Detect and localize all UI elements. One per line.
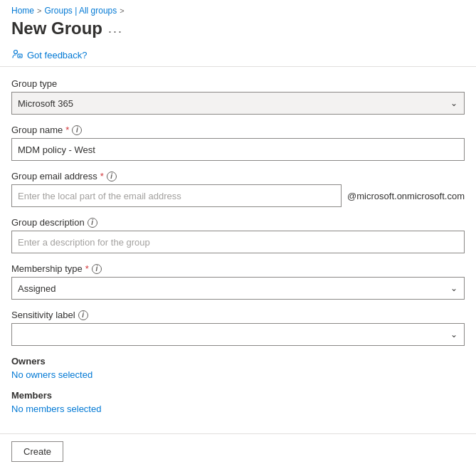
group-type-select[interactable]: Microsoft 365 Security Mail-enabled secu… [11, 92, 465, 115]
create-button[interactable]: Create [11, 441, 63, 462]
email-input-wrap [11, 184, 342, 207]
email-domain: @microsoft.onmicrosoft.com [347, 191, 465, 201]
feedback-icon [11, 48, 23, 62]
feedback-label: Got feedback? [27, 50, 88, 60]
sensitivity-label-info-icon[interactable]: i [78, 310, 88, 320]
owners-section: Owners No owners selected [11, 356, 465, 380]
members-link[interactable]: No members selected [11, 404, 101, 414]
membership-type-label: Membership type * i [11, 263, 465, 274]
page-container: Home > Groups | All groups > New Group .… [0, 0, 476, 469]
breadcrumb-groups[interactable]: Groups | All groups [44, 6, 117, 16]
group-description-info-icon[interactable]: i [88, 218, 97, 228]
group-type-select-wrapper: Microsoft 365 Security Mail-enabled secu… [11, 92, 465, 115]
feedback-bar[interactable]: Got feedback? [0, 44, 476, 67]
group-email-input[interactable] [11, 184, 342, 207]
members-section: Members No members selected [11, 390, 465, 414]
breadcrumb: Home > Groups | All groups > [0, 0, 476, 16]
email-row: @microsoft.onmicrosoft.com [11, 184, 465, 207]
membership-type-select[interactable]: Assigned Dynamic User Dynamic Device [11, 277, 465, 300]
membership-type-required: * [85, 263, 89, 274]
owners-title: Owners [11, 356, 465, 367]
owners-link[interactable]: No owners selected [11, 369, 92, 380]
sensitivity-label-field: Sensitivity label i ⌄ [11, 310, 465, 346]
members-title: Members [11, 390, 465, 401]
breadcrumb-sep1: > [37, 6, 41, 15]
sensitivity-label-select[interactable] [11, 323, 465, 346]
membership-type-field: Membership type * i Assigned Dynamic Use… [11, 263, 465, 300]
form-content: Group type Microsoft 365 Security Mail-e… [0, 70, 476, 433]
membership-type-select-wrapper: Assigned Dynamic User Dynamic Device ⌄ [11, 277, 465, 300]
header-row: New Group ... [0, 16, 476, 44]
group-description-input[interactable] [11, 231, 465, 253]
group-type-label: Group type [11, 78, 465, 89]
group-name-input[interactable] [11, 138, 465, 161]
more-options-icon[interactable]: ... [108, 21, 123, 36]
group-email-info-icon[interactable]: i [107, 172, 117, 181]
page-title: New Group [11, 19, 102, 38]
group-name-required: * [65, 125, 69, 135]
sensitivity-label-label: Sensitivity label i [11, 310, 465, 320]
group-name-info-icon[interactable]: i [72, 125, 82, 135]
group-email-field: Group email address * i @microsoft.onmic… [11, 171, 465, 207]
group-name-label: Group name * i [11, 125, 465, 135]
membership-type-info-icon[interactable]: i [92, 264, 102, 274]
breadcrumb-sep2: > [120, 6, 124, 15]
svg-point-0 [14, 51, 18, 54]
group-name-field: Group name * i [11, 125, 465, 161]
footer-bar: Create [0, 433, 476, 469]
group-description-label: Group description i [11, 217, 465, 228]
group-type-field: Group type Microsoft 365 Security Mail-e… [11, 78, 465, 115]
group-email-label: Group email address * i [11, 171, 465, 181]
sensitivity-select-wrapper: ⌄ [11, 323, 465, 346]
group-description-field: Group description i [11, 217, 465, 253]
group-email-required: * [100, 171, 104, 181]
breadcrumb-home[interactable]: Home [11, 6, 34, 16]
